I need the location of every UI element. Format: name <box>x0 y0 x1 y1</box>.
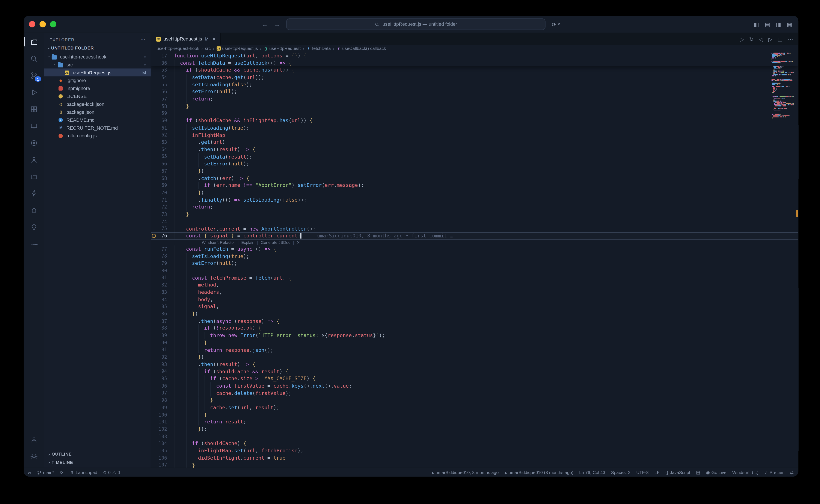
breadcrumb-usehttprequest[interactable]: {}useHttpRequest <box>263 46 301 51</box>
tree-item-package-json[interactable]: {}package.json <box>44 108 150 116</box>
code-line-67[interactable]: 67 }) <box>151 168 798 175</box>
tab-usehttprequest-js[interactable]: JS useHttpRequest.js M ✕ <box>151 33 221 45</box>
code-line-104[interactable]: 104 if (shouldCache) { <box>151 440 798 447</box>
code-line-53[interactable]: 53 if (shouldCache && cache.has(url)) { <box>151 67 798 74</box>
code-line-89[interactable]: 89 throw new Error(`HTTP error! status: … <box>151 332 798 339</box>
launchpad-item[interactable]: Launchpad <box>69 470 97 475</box>
breadcrumb-usecallback-callback[interactable]: ƒuseCallback() callback <box>336 46 386 51</box>
cursor-position-item[interactable]: Ln 76, Col 43 <box>579 470 605 475</box>
code-line-65[interactable]: 65 setData(result); <box>151 153 798 160</box>
windsurf-action-explain[interactable]: Explain <box>241 240 254 245</box>
minimap[interactable] <box>769 53 794 119</box>
outline-section-header[interactable]: › OUTLINE <box>44 450 150 458</box>
toggle-primary-sidebar-icon[interactable]: ◧ <box>754 21 759 27</box>
code-line-83[interactable]: 83 headers, <box>151 289 798 296</box>
waves-icon[interactable] <box>24 235 44 252</box>
code-line-77[interactable]: 77 const runFetch = async () => { <box>151 245 798 253</box>
code-line-86[interactable]: 86 }) <box>151 310 798 318</box>
tree-item-readme-md[interactable]: iREADME.md <box>44 116 150 124</box>
code-line-73[interactable]: 73 } <box>151 211 798 218</box>
code-line-78[interactable]: 78 setIsLoading(true); <box>151 253 798 260</box>
history-forward-icon[interactable]: → <box>274 21 280 27</box>
code-line-105[interactable]: 105 inFlightMap.set(url, fetchPromise); <box>151 447 798 455</box>
problems-item[interactable]: ⊘ 0 ⚠ 0 <box>103 470 120 475</box>
code-line-72[interactable]: 72 return; <box>151 204 798 211</box>
code-line-75[interactable]: 75 controller.current = new AbortControl… <box>151 225 798 233</box>
code-line-64[interactable]: 64 .then((result) => { <box>151 146 798 153</box>
breadcrumb-fetchdata[interactable]: ƒfetchData <box>306 46 331 51</box>
tree-item-src[interactable]: ›src● <box>44 61 150 69</box>
code-line-91[interactable]: 91 return response.json(); <box>151 346 798 354</box>
git-branch-item[interactable]: main* <box>37 470 54 475</box>
eol-item[interactable]: LF <box>655 470 660 475</box>
history-back-icon[interactable]: ← <box>262 21 268 27</box>
code-line-60[interactable]: 60 if (shouldCache && inFlightMap.has(ur… <box>151 117 798 124</box>
code-line-87[interactable]: 87 .then(async (response) => { <box>151 317 798 325</box>
code-line-17[interactable]: 17function useHttpRequest(url, options =… <box>151 52 798 59</box>
code-line-101[interactable]: 101 return result; <box>151 418 798 426</box>
toggle-secondary-sidebar-icon[interactable]: ◨ <box>776 21 781 27</box>
code-line-102[interactable]: 102 }); <box>151 426 798 433</box>
tree-item-package-lock-json[interactable]: {}package-lock.json <box>44 100 150 108</box>
source-control-icon[interactable]: 1 <box>24 67 44 84</box>
remote-explorer-icon[interactable] <box>24 117 44 134</box>
tree-item-use-http-request-hook[interactable]: ›use-http-request-hook● <box>44 53 150 61</box>
code-line-70[interactable]: 70 }) <box>151 189 798 196</box>
code-line-90[interactable]: 90 } <box>151 339 798 346</box>
code-line-59[interactable]: 59 <box>151 110 798 117</box>
thunder-client-icon[interactable] <box>24 185 44 202</box>
tree-item-recruiter-note-md[interactable]: MRECRUITER_NOTE.md <box>44 124 150 132</box>
explorer-more-actions-icon[interactable]: ⋯ <box>140 37 146 42</box>
code-line-63[interactable]: 63 .get(url) <box>151 139 798 146</box>
code-line-80[interactable]: 80 <box>151 267 798 274</box>
minimize-window-button[interactable] <box>39 21 46 27</box>
notifications-bell-icon[interactable] <box>789 470 794 475</box>
more-actions-icon[interactable]: ⋯ <box>788 36 793 42</box>
customize-layout-icon[interactable]: ▦ <box>787 21 792 27</box>
breadcrumb-src[interactable]: src <box>205 46 211 51</box>
code-line-106[interactable]: 106 didSetInFlight.current = true <box>151 454 798 462</box>
code-line-76[interactable]: 76 const { signal } = controller.current… <box>151 232 798 240</box>
code-line-100[interactable]: 100 } <box>151 411 798 419</box>
codelens-close-icon[interactable]: ✕ <box>296 240 300 245</box>
code-line-88[interactable]: 88 if (!response.ok) { <box>151 325 798 332</box>
database-icon[interactable] <box>24 202 44 219</box>
code-line-81[interactable]: 81 const fetchPromise = fetch(url, { <box>151 274 798 281</box>
code-line-36[interactable]: 36 const fetchData = useCallback(() => { <box>151 59 798 67</box>
windsurf-action-windsurf-refactor[interactable]: Windsurf: Refactor <box>202 240 235 245</box>
cascade-toggle[interactable]: ⟳ ∨ <box>552 21 560 27</box>
code-editor[interactable]: 17function useHttpRequest(url, options =… <box>151 52 798 468</box>
code-line-95[interactable]: 95 if (cache.size >= MAX_CACHE_SIZE) { <box>151 375 798 382</box>
code-line-97[interactable]: 97 cache.delete(firstValue); <box>151 390 798 397</box>
windsurf-action-generate-jsdoc[interactable]: Generate JSDoc <box>261 240 290 245</box>
command-center-search[interactable]: useHttpRequest.js — untitled folder <box>286 18 546 30</box>
settings-gear-icon[interactable] <box>24 448 44 465</box>
workspace-section-header[interactable]: › UNTITLED FOLDER <box>44 44 150 52</box>
testing-icon[interactable] <box>24 134 44 151</box>
blame-author-item[interactable]: ◆ umarSiddique010 (8 months ago) <box>505 470 573 475</box>
toggle-panel-icon[interactable]: ▤ <box>765 21 770 27</box>
extensions-icon[interactable] <box>24 101 44 117</box>
code-line-94[interactable]: 94 if (shouldCache && result) { <box>151 368 798 375</box>
tree-item-gitignore[interactable]: ◆.gitignore <box>44 76 150 84</box>
close-window-button[interactable] <box>29 21 35 27</box>
code-line-62[interactable]: 62 inFlightMap <box>151 131 798 139</box>
go-live-item[interactable]: ◉ Go Live <box>706 470 726 475</box>
sync-changes-icon[interactable]: ⟳ <box>60 470 63 475</box>
blame-commit-item[interactable]: ◆ umarSiddique010, 8 months ago <box>432 470 499 475</box>
code-line-66[interactable]: 66 setError(null); <box>151 160 798 168</box>
run-file-icon[interactable]: ▷ <box>740 36 744 42</box>
code-line-98[interactable]: 98 } <box>151 397 798 404</box>
editor-layout-icon[interactable]: ▤ <box>696 470 700 475</box>
code-line-74[interactable]: 74 <box>151 218 798 225</box>
prettier-item[interactable]: ✓ Prettier <box>764 470 784 475</box>
navigate-back-icon[interactable]: ◁ <box>759 36 763 42</box>
code-line-99[interactable]: 99 cache.set(url, result); <box>151 404 798 411</box>
search-icon-activity[interactable] <box>24 50 44 67</box>
code-line-96[interactable]: 96 const firstValue = cache.keys().next(… <box>151 382 798 390</box>
code-line-69[interactable]: 69 if (err.name !== "AbortError") setErr… <box>151 182 798 189</box>
code-line-61[interactable]: 61 setIsLoading(true); <box>151 124 798 132</box>
account-icon[interactable] <box>24 431 44 448</box>
windsurf-status-item[interactable]: Windsurf: (...) <box>732 470 758 475</box>
code-line-79[interactable]: 79 setError(null); <box>151 260 798 267</box>
